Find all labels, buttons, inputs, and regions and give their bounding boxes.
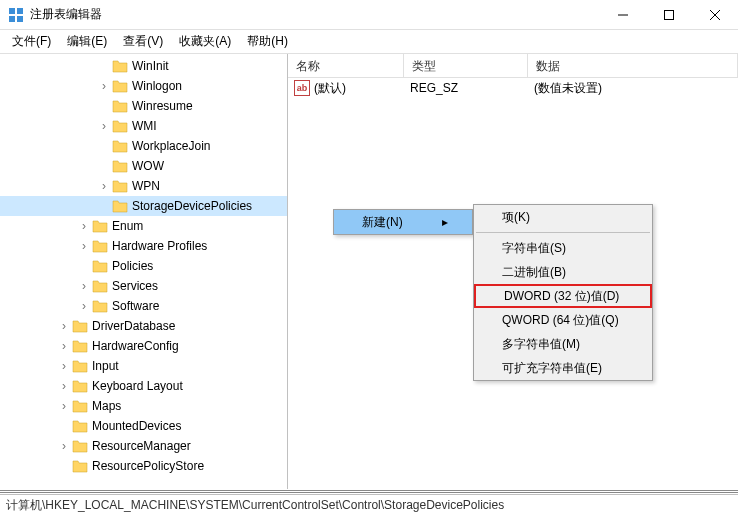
tree-label: WinInit [132, 59, 169, 73]
tree-label: Input [92, 359, 119, 373]
tree-item[interactable]: WinInit [0, 56, 287, 76]
folder-icon [112, 199, 128, 213]
tree-label: HardwareConfig [92, 339, 179, 353]
expander-icon[interactable]: › [96, 78, 112, 94]
divider [0, 490, 738, 493]
column-data[interactable]: 数据 [528, 54, 738, 77]
maximize-button[interactable] [646, 0, 692, 30]
tree-item[interactable]: ›DriverDatabase [0, 316, 287, 336]
tree-label: WPN [132, 179, 160, 193]
context-item[interactable]: 多字符串值(M) [474, 332, 652, 356]
expander-icon[interactable] [56, 458, 72, 474]
folder-icon [92, 279, 108, 293]
folder-icon [72, 319, 88, 333]
tree-item[interactable]: StorageDevicePolicies [0, 196, 287, 216]
folder-icon [112, 79, 128, 93]
context-item-new[interactable]: 新建(N) ▸ [334, 210, 472, 234]
column-name[interactable]: 名称 [288, 54, 404, 77]
expander-icon[interactable]: › [56, 378, 72, 394]
tree-item[interactable]: ›Enum [0, 216, 287, 236]
expander-icon[interactable]: › [56, 318, 72, 334]
tree-pane[interactable]: WinInit›WinlogonWinresume›WMIWorkplaceJo… [0, 54, 288, 489]
expander-icon[interactable]: › [76, 238, 92, 254]
tree-label: MountedDevices [92, 419, 181, 433]
tree-label: WMI [132, 119, 157, 133]
menu-file[interactable]: 文件(F) [4, 31, 59, 52]
tree-label: Winresume [132, 99, 193, 113]
minimize-button[interactable] [600, 0, 646, 30]
column-type[interactable]: 类型 [404, 54, 528, 77]
expander-icon[interactable]: › [96, 118, 112, 134]
tree-label: StorageDevicePolicies [132, 199, 252, 213]
folder-icon [72, 419, 88, 433]
tree-item[interactable]: WorkplaceJoin [0, 136, 287, 156]
expander-icon[interactable] [96, 98, 112, 114]
tree-label: Maps [92, 399, 121, 413]
tree-item[interactable]: Winresume [0, 96, 287, 116]
tree-item[interactable]: Policies [0, 256, 287, 276]
expander-icon[interactable] [96, 58, 112, 74]
tree-item[interactable]: ›Software [0, 296, 287, 316]
tree-item[interactable]: MountedDevices [0, 416, 287, 436]
context-menu-new: 新建(N) ▸ [333, 209, 473, 235]
svg-rect-0 [9, 8, 15, 14]
tree-label: Policies [112, 259, 153, 273]
tree-item[interactable]: ›Keyboard Layout [0, 376, 287, 396]
expander-icon[interactable]: › [76, 218, 92, 234]
expander-icon[interactable] [96, 198, 112, 214]
tree-label: Winlogon [132, 79, 182, 93]
tree-item[interactable]: ›Services [0, 276, 287, 296]
expander-icon[interactable]: › [56, 338, 72, 354]
close-button[interactable] [692, 0, 738, 30]
expander-icon[interactable] [76, 258, 92, 274]
expander-icon[interactable]: › [76, 298, 92, 314]
list-header: 名称 类型 数据 [288, 54, 738, 78]
tree-item[interactable]: WOW [0, 156, 287, 176]
folder-icon [92, 239, 108, 253]
tree-item[interactable]: ›Winlogon [0, 76, 287, 96]
menu-favorites[interactable]: 收藏夹(A) [171, 31, 239, 52]
folder-icon [112, 179, 128, 193]
tree-item[interactable]: ResourcePolicyStore [0, 456, 287, 476]
close-icon [710, 10, 720, 20]
menu-edit[interactable]: 编辑(E) [59, 31, 115, 52]
tree-item[interactable]: ›Maps [0, 396, 287, 416]
tree-item[interactable]: ›Input [0, 356, 287, 376]
folder-icon [72, 459, 88, 473]
minimize-icon [618, 10, 628, 20]
content-area: WinInit›WinlogonWinresume›WMIWorkplaceJo… [0, 54, 738, 489]
svg-rect-2 [9, 16, 15, 22]
tree-label: ResourcePolicyStore [92, 459, 204, 473]
tree-label: DriverDatabase [92, 319, 175, 333]
context-item[interactable]: 项(K) [474, 205, 652, 229]
tree-item[interactable]: ›ResourceManager [0, 436, 287, 456]
statusbar: 计算机\HKEY_LOCAL_MACHINE\SYSTEM\CurrentCon… [0, 494, 738, 516]
context-item[interactable]: 字符串值(S) [474, 236, 652, 260]
context-item[interactable]: 可扩充字符串值(E) [474, 356, 652, 380]
expander-icon[interactable] [96, 138, 112, 154]
context-item[interactable]: QWORD (64 位)值(Q) [474, 308, 652, 332]
row-name: (默认) [314, 80, 346, 97]
expander-icon[interactable] [56, 418, 72, 434]
context-item[interactable]: 二进制值(B) [474, 260, 652, 284]
tree-label: WorkplaceJoin [132, 139, 210, 153]
tree-item[interactable]: ›Hardware Profiles [0, 236, 287, 256]
expander-icon[interactable]: › [96, 178, 112, 194]
expander-icon[interactable]: › [76, 278, 92, 294]
expander-icon[interactable]: › [56, 398, 72, 414]
menu-view[interactable]: 查看(V) [115, 31, 171, 52]
list-pane: 名称 类型 数据 ab (默认) REG_SZ (数值未设置) 新建(N) ▸ … [288, 54, 738, 489]
expander-icon[interactable]: › [56, 358, 72, 374]
expander-icon[interactable]: › [56, 438, 72, 454]
list-row[interactable]: ab (默认) REG_SZ (数值未设置) [288, 78, 738, 98]
menu-help[interactable]: 帮助(H) [239, 31, 296, 52]
svg-rect-5 [665, 10, 674, 19]
titlebar: 注册表编辑器 [0, 0, 738, 30]
context-item[interactable]: DWORD (32 位)值(D) [474, 284, 652, 308]
expander-icon[interactable] [96, 158, 112, 174]
folder-icon [112, 59, 128, 73]
tree-item[interactable]: ›WPN [0, 176, 287, 196]
tree-item[interactable]: ›WMI [0, 116, 287, 136]
tree-item[interactable]: ›HardwareConfig [0, 336, 287, 356]
folder-icon [72, 379, 88, 393]
